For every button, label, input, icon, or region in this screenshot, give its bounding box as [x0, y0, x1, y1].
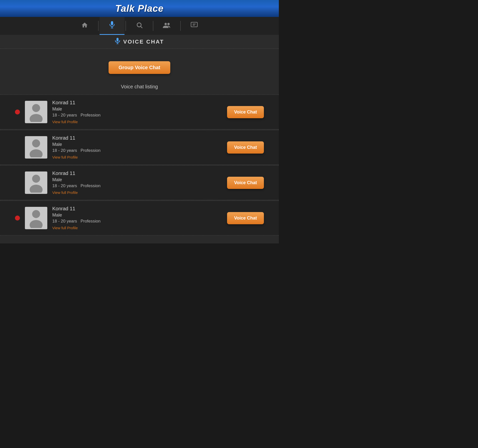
page-title: VOICE CHAT — [123, 39, 164, 45]
group-button-container: Group Voice Chat — [0, 56, 279, 81]
user-name: Konrad 11 — [52, 170, 222, 176]
chat-icon — [190, 22, 198, 30]
avatar — [25, 101, 47, 123]
user-gender: Male — [52, 107, 222, 112]
nav-divider-1 — [98, 21, 99, 31]
svg-rect-7 — [191, 22, 197, 27]
user-details: 18 - 20 years Profession — [52, 113, 222, 118]
avatar — [25, 171, 47, 194]
user-details: 18 - 20 years Profession — [52, 183, 222, 188]
nav-chat[interactable] — [182, 17, 207, 35]
svg-point-17 — [32, 175, 40, 183]
search-icon — [136, 22, 143, 30]
table-row: Konrad 11 Male 18 - 20 years Profession … — [0, 201, 279, 235]
svg-line-4 — [141, 26, 142, 28]
user-info: Konrad 11 Male 18 - 20 years Profession … — [52, 135, 222, 160]
user-gender: Male — [52, 213, 222, 218]
svg-point-6 — [167, 23, 170, 25]
microphone-icon — [109, 21, 116, 31]
nav-divider-2 — [125, 21, 126, 31]
user-info: Konrad 11 Male 18 - 20 years Profession … — [52, 206, 222, 230]
nav-divider-3 — [153, 21, 153, 31]
user-details: 18 - 20 years Profession — [52, 148, 222, 153]
voice-chat-button[interactable]: Voice Chat — [227, 177, 264, 189]
svg-point-16 — [30, 149, 43, 157]
user-gender: Male — [52, 142, 222, 147]
view-profile-link[interactable]: View full Profile — [52, 155, 78, 159]
navbar — [0, 17, 279, 35]
nav-group[interactable] — [154, 17, 179, 35]
user-listing: Konrad 11 Male 18 - 20 years Profession … — [0, 95, 279, 235]
svg-point-5 — [165, 23, 167, 25]
header: Talk Place — [0, 0, 279, 17]
online-indicator — [15, 110, 20, 114]
nav-microphone[interactable] — [100, 17, 124, 35]
svg-point-15 — [32, 139, 40, 147]
user-gender: Male — [52, 177, 222, 182]
listing-header: Voice chat listing — [0, 81, 279, 95]
nav-divider-4 — [180, 21, 181, 31]
svg-point-18 — [30, 185, 43, 193]
table-row: Konrad 11 Male 18 - 20 years Profession … — [0, 165, 279, 200]
voice-chat-button[interactable]: Voice Chat — [227, 106, 264, 118]
view-profile-link[interactable]: View full Profile — [52, 120, 78, 124]
user-name: Konrad 11 — [52, 206, 222, 212]
page-title-mic-icon — [115, 38, 120, 46]
page-title-bar: VOICE CHAT — [0, 35, 279, 49]
view-profile-link[interactable]: View full Profile — [52, 226, 78, 230]
table-row: Konrad 11 Male 18 - 20 years Profession … — [0, 95, 279, 129]
user-info: Konrad 11 Male 18 - 20 years Profession … — [52, 100, 222, 124]
home-icon — [81, 22, 88, 30]
svg-point-14 — [30, 114, 43, 122]
svg-rect-0 — [111, 21, 113, 25]
view-profile-link[interactable]: View full Profile — [52, 190, 78, 195]
user-info: Konrad 11 Male 18 - 20 years Profession … — [52, 170, 222, 195]
avatar — [25, 207, 47, 229]
nav-active-indicator — [100, 34, 124, 35]
svg-point-13 — [32, 104, 40, 112]
nav-search[interactable] — [127, 17, 152, 35]
svg-point-19 — [32, 210, 40, 218]
voice-chat-button[interactable]: Voice Chat — [227, 212, 264, 224]
svg-rect-10 — [117, 38, 119, 41]
svg-point-3 — [137, 23, 141, 27]
voice-chat-button[interactable]: Voice Chat — [227, 141, 264, 154]
content-area: Group Voice Chat Voice chat listing Konr… — [0, 49, 279, 243]
user-name: Konrad 11 — [52, 135, 222, 141]
user-name: Konrad 11 — [52, 100, 222, 106]
logo: Talk Place — [115, 3, 164, 14]
online-indicator — [15, 216, 20, 221]
group-icon — [163, 22, 171, 30]
svg-point-20 — [30, 220, 43, 228]
table-row: Konrad 11 Male 18 - 20 years Profession … — [0, 130, 279, 165]
user-details: 18 - 20 years Profession — [52, 219, 222, 224]
group-voice-chat-button[interactable]: Group Voice Chat — [109, 61, 170, 74]
avatar — [25, 136, 47, 159]
nav-home[interactable] — [72, 17, 97, 35]
